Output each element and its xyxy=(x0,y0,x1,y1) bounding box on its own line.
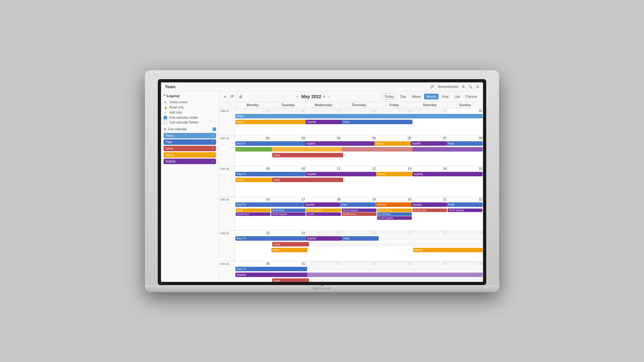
event-lena-grad-cw18[interactable] xyxy=(342,147,412,152)
event-henry-gradient-cw18[interactable] xyxy=(272,147,342,152)
event-sophie-cw20-sat[interactable]: Sophie xyxy=(411,202,447,207)
event-0800-cw20-sat[interactable]: 08:00 Lena xyxy=(412,209,447,212)
event-paul-cw20-mon[interactable]: Paul ↻ xyxy=(235,202,304,207)
calendar-lena[interactable]: Lena ✓ xyxy=(164,146,216,151)
event-1330-cw20-mon[interactable]: 13:30 Paul xyxy=(236,212,270,216)
event-paul-cw17[interactable]: Paul xyxy=(342,120,412,124)
cw20-row1: Paul ↻ Sophie Paul Meeting Sophie Paul xyxy=(235,202,483,207)
prev-button[interactable]: ‹ xyxy=(295,93,299,99)
event-paul-cw22[interactable]: Paul ↻ xyxy=(235,267,307,271)
event-1730-cw20-fri[interactable]: 17:30 Sophie xyxy=(377,216,412,220)
settings-icon[interactable]: ⚙ xyxy=(462,85,465,89)
event-sophie-cw22[interactable]: Sophie xyxy=(235,273,307,277)
event-sophie-cw18-wed[interactable]: Sophie xyxy=(305,141,374,146)
event-paul-cw21[interactable]: Paul ↻ xyxy=(235,236,306,241)
event-07-cw20-mon[interactable]: 07:00 xyxy=(236,209,270,212)
search-icon[interactable]: 🔍 xyxy=(468,85,473,89)
event-0730-cw20-wed[interactable]: 07:30 Henry xyxy=(306,209,341,212)
event-sophie-cw22-cont[interactable] xyxy=(307,273,483,277)
event-henry-cw21[interactable]: Henry xyxy=(271,248,308,252)
event-0845-cw20-fri[interactable]: 08:45 Henry xyxy=(377,209,412,212)
app-title: Team xyxy=(165,84,175,89)
event-paul-cw19[interactable]: Paul ↻ xyxy=(235,172,306,176)
event-sophie-cw19-wed[interactable]: Sophie xyxy=(306,172,376,176)
next-button[interactable]: › xyxy=(327,93,331,99)
event-henry-cw17[interactable]: Henry xyxy=(235,120,306,124)
event-1100-cw20-wed[interactable]: 11:00 xyxy=(306,212,341,216)
event-0830-cw20-thu[interactable]: 08:30 Sophie xyxy=(342,209,376,212)
team-span-cw17: Team xyxy=(235,114,483,118)
event-sophie-grad-cw18[interactable] xyxy=(412,147,483,152)
view-week-button[interactable]: Week xyxy=(410,94,423,99)
legend-subcal-visible: ✓ Sub-calendar visible xyxy=(164,116,216,119)
print-button[interactable]: 🖨 xyxy=(237,93,244,99)
event-sophie-cw17-wed[interactable]: Sophie xyxy=(306,120,342,124)
event-1000-cw20-sun[interactable]: 10:00 Sophie xyxy=(448,209,482,212)
event-team-cw17[interactable]: Team xyxy=(235,114,483,118)
week-cw17: CW 17 25 26 27 28 29 30 xyxy=(219,108,483,136)
event-sophie-cw19-sat[interactable]: Sophie xyxy=(412,172,483,176)
event-lena-cw22[interactable]: Lena xyxy=(272,278,309,282)
event-henry-cw19-fri[interactable]: Henry xyxy=(376,172,412,176)
laptop-frame: Team 🔗 Administrator ⚙ 🔍 ☰ ^ Legen xyxy=(145,70,499,292)
calendar-paul[interactable]: Paul ✓ xyxy=(164,139,216,145)
titlebar: Team 🔗 Administrator ⚙ 🔍 ☰ xyxy=(161,82,483,91)
header-saturday: Saturday xyxy=(412,102,448,108)
event-0845-cw20-tue[interactable]: 08:45 Paul xyxy=(271,209,306,212)
event-sophie-cw21[interactable]: Sophie xyxy=(306,236,342,241)
event-paul-cw18-mon[interactable]: Paul ↻ xyxy=(235,141,305,146)
checkbox-checked-icon: ✓ xyxy=(164,116,167,119)
event-paul-cw21-thu[interactable]: Paul xyxy=(342,236,378,241)
cw22-events: Paul ↻ Sophie xyxy=(235,266,483,282)
view-month-button[interactable]: Month xyxy=(424,94,439,99)
event-paul-cw18-sun[interactable]: Paul xyxy=(447,141,483,146)
event-henry-cw18-fri[interactable]: Henry xyxy=(374,141,411,146)
refresh-button[interactable]: ⟳ xyxy=(229,93,236,99)
view-year-button[interactable]: Year xyxy=(440,94,451,99)
event-1215-cw20-fri[interactable]: 12:15 Paul xyxy=(377,212,412,216)
event-sophie-cw20-wed[interactable]: Sophie xyxy=(304,202,340,207)
cw21-content: 23 24 25 26 27 28 29 xyxy=(235,231,483,261)
calendar-lena-label: Lena xyxy=(166,147,173,150)
calendar-lena-check: ✓ xyxy=(212,147,214,150)
week-cw19: CW 19 09 10 11 12 13 14 xyxy=(219,166,483,197)
event-green-cw18[interactable] xyxy=(235,147,272,152)
event-lena-cw21[interactable]: Lena xyxy=(272,242,309,246)
event-lena-cw19[interactable]: Lena xyxy=(272,178,343,182)
event-paul-cw20-thu[interactable]: Paul xyxy=(340,202,376,207)
event-1200-cw20-thu[interactable]: 12:00 Lena xyxy=(342,212,376,216)
legend-addonly: + Add only xyxy=(164,111,216,115)
event-meeting-cw20[interactable]: Meeting xyxy=(375,202,411,207)
calendar-sophie[interactable]: Sophie ✓ xyxy=(164,159,216,164)
cw22-row3: Lena xyxy=(235,278,483,282)
view-planner-button[interactable]: Planner xyxy=(463,94,480,99)
calendar-team-label: Team xyxy=(166,134,173,137)
cw20-sun-events: 10:00 Sophie xyxy=(447,208,483,220)
subcal-all-check[interactable]: ✓ xyxy=(213,127,216,131)
week-cw21: CW 21 23 24 25 26 27 28 xyxy=(219,231,483,261)
menu-icon[interactable]: ☰ xyxy=(476,85,479,89)
cw20-wed-events: 07:30 Henry 11:00 xyxy=(306,208,341,220)
cw21-row3: Henry Henry xyxy=(235,248,483,252)
today-button[interactable]: Today xyxy=(382,93,397,100)
day-headers: Monday Tuesday Wednesday Thursday Friday… xyxy=(235,102,483,108)
event-paul-cw20-sun[interactable]: Paul xyxy=(447,202,483,207)
cw22-row2: Sophie xyxy=(235,273,483,277)
event-henry-cw19-mon[interactable]: Henry xyxy=(235,178,272,182)
view-day-button[interactable]: Day xyxy=(398,94,409,99)
cw21-events: Paul ↻ Sophie Paul Lena xyxy=(235,236,483,254)
cw21-row1: Paul ↻ Sophie Paul xyxy=(235,236,483,241)
chevron-up-icon[interactable]: ^ xyxy=(164,94,166,97)
cw22-label: CW 22 xyxy=(219,261,235,282)
view-list-button[interactable]: List xyxy=(452,94,462,99)
calendar-team[interactable]: Team ✓ xyxy=(164,133,216,138)
event-henry-cw21-sat[interactable]: Henry xyxy=(413,248,483,252)
calendar-henry[interactable]: Henry ✓ xyxy=(164,152,216,158)
event-1400-cw20-tue[interactable]: 14:00 Sophie xyxy=(271,212,306,216)
event-lena-cw18[interactable]: Lena xyxy=(272,153,343,157)
event-sophie-cw18-sat[interactable]: Sophie xyxy=(411,141,447,146)
legend-series-label: Series event xyxy=(169,100,187,104)
legend-subcal-hidden-label: Sub-calendar hidden xyxy=(169,121,199,124)
prev-month-button[interactable]: « xyxy=(222,93,228,99)
cal-toolbar: « ⟳ 🖨 ‹ May 2022 ▾ › Today xyxy=(219,91,483,102)
